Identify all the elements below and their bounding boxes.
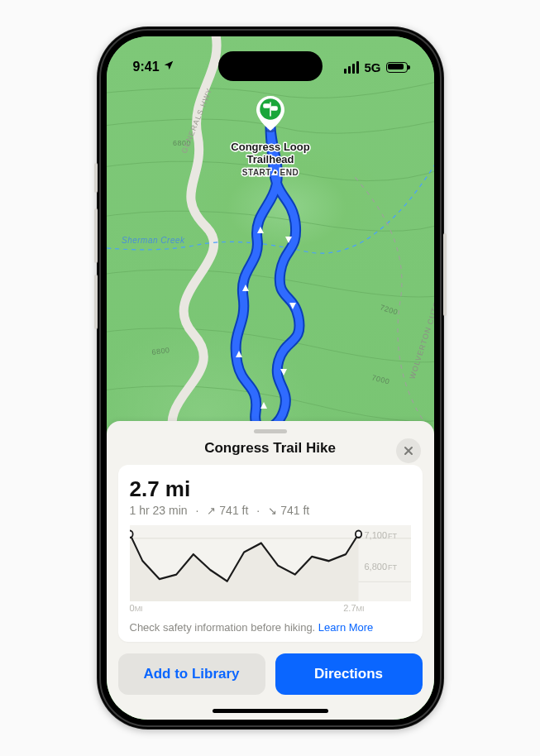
svg-point-10 — [355, 530, 361, 537]
battery-icon — [386, 62, 408, 73]
screen: 9:41 5G 6800 — [107, 36, 434, 720]
elevation-y-axis: 7,100FT 6,800FT — [365, 525, 411, 583]
home-indicator[interactable] — [213, 709, 328, 713]
phone-side-button — [94, 163, 98, 193]
ascent-stat: ↗ 741 ft — [207, 504, 248, 517]
contour-label: 7200 — [379, 303, 399, 316]
trailhead-name: Congress Loop — [231, 141, 309, 153]
trail-label: WOLVERTON CUTOFF TR. — [408, 273, 434, 380]
contour-label: 6800 — [151, 346, 170, 356]
trailhead-name: Trailhead — [246, 153, 294, 165]
location-services-icon — [163, 60, 174, 74]
network-type: 5G — [364, 60, 380, 74]
phone-side-button — [94, 208, 98, 263]
svg-point-9 — [130, 530, 133, 537]
trailhead-pin[interactable] — [254, 94, 287, 134]
dynamic-island — [218, 51, 323, 81]
cellular-signal-icon — [344, 61, 359, 74]
detail-sheet[interactable]: Congress Trail Hike 2.7 mi 1 hr 23 min ·… — [107, 421, 434, 720]
descent-stat: ↘ 741 ft — [268, 504, 309, 517]
svg-rect-5 — [271, 107, 277, 110]
duration: 1 hr 23 min — [130, 504, 188, 517]
svg-rect-4 — [264, 104, 270, 108]
elevation-x-axis: 0MI 2.7MI — [130, 603, 411, 613]
close-icon — [404, 446, 413, 456]
creek-label: Sherman Creek — [122, 236, 185, 245]
status-time: 9:41 — [133, 60, 160, 74]
sheet-title: Congress Trail Hike — [204, 440, 336, 457]
elevation-chart[interactable]: 7,100FT 6,800FT — [130, 525, 411, 601]
trailhead-subtitle: START • END — [241, 168, 298, 177]
phone-side-button — [443, 233, 447, 316]
sheet-grabber[interactable] — [254, 429, 287, 433]
total-distance: 2.7 mi — [130, 476, 411, 502]
learn-more-link[interactable]: Learn More — [318, 621, 373, 634]
phone-frame: 9:41 5G 6800 — [97, 26, 444, 730]
stats-card: 2.7 mi 1 hr 23 min · ↗ 741 ft · ↘ 741 ft — [118, 465, 423, 642]
phone-side-button — [94, 275, 98, 329]
add-to-library-button[interactable]: Add to Library — [118, 653, 265, 695]
safety-notice: Check safety information before hiking. … — [130, 621, 411, 634]
contour-label: 7000 — [370, 373, 390, 385]
sub-stats: 1 hr 23 min · ↗ 741 ft · ↘ 741 ft — [130, 504, 411, 517]
close-button[interactable] — [396, 438, 421, 463]
directions-button[interactable]: Directions — [275, 653, 423, 695]
